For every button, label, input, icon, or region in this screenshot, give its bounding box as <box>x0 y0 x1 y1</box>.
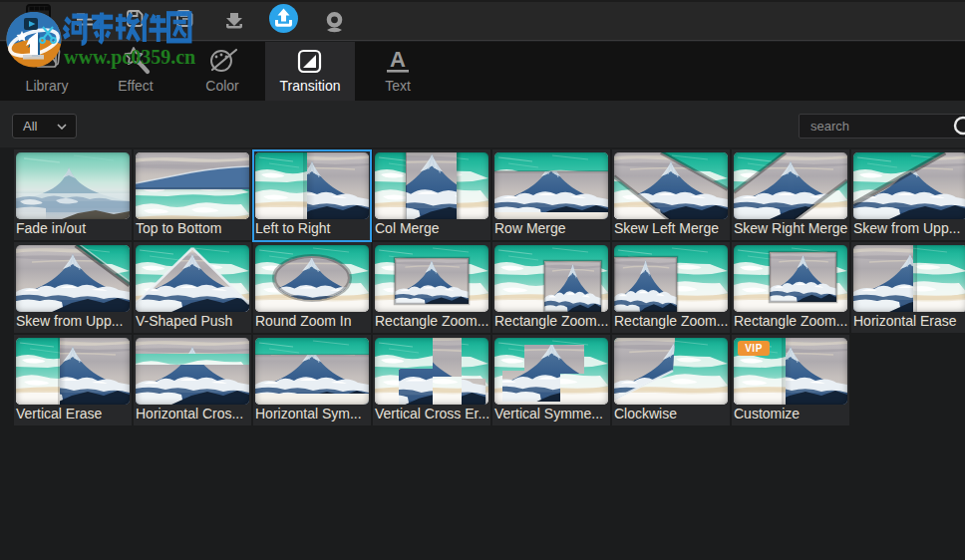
svg-text:A: A <box>390 47 406 72</box>
